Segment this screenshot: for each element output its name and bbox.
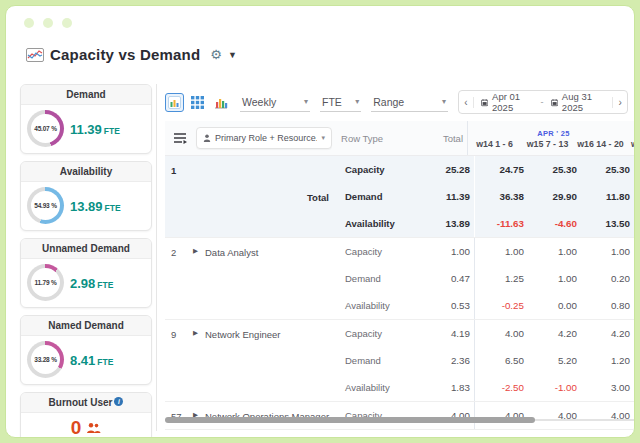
table-row[interactable]: Demand11.3936.3829.9011.80 — [337, 183, 635, 210]
week-header-partial: w — [627, 139, 635, 149]
table-row[interactable]: Availability0.53-0.250.000.80 — [337, 292, 635, 319]
burnout-card-title: Burnout Useri — [21, 393, 151, 413]
table-row[interactable]: Availability1.83-2.50-1.003.00 — [337, 374, 635, 401]
group-by-select[interactable]: Primary Role + Resource... ▾ — [196, 127, 332, 149]
week-cell: -2.50 — [475, 382, 528, 393]
metric-unit: FTE — [97, 357, 113, 367]
donut-percent: 45.07 % — [27, 110, 64, 147]
metric-unit: FTE — [105, 203, 121, 213]
row-type-header: Row Type — [333, 121, 406, 155]
metric-value: 11.39 — [70, 122, 102, 137]
bar-chart-view-icon[interactable] — [211, 93, 230, 112]
donut-percent: 11.79 % — [27, 264, 64, 301]
expand-caret-icon[interactable]: ▶ — [193, 329, 198, 337]
metric-card: Unnamed Demand11.79 %2.98FTE — [20, 238, 152, 308]
week-cell: 1.00 — [581, 246, 634, 257]
week-cell: 36.38 — [475, 191, 528, 202]
week-header: w16 14 - 20 — [574, 139, 627, 149]
main-panel: Weekly▾ FTE▾ Range▾ ‹ Apr 01 2025 - Aug … — [156, 84, 628, 431]
table-group: 1TotalCapacity25.2824.7525.3025.30Demand… — [165, 156, 635, 238]
table-row[interactable]: Capacity1.001.001.001.00 — [337, 238, 635, 265]
metric-card: Availability54.93 %13.89FTE — [20, 161, 152, 231]
donut-percent: 54.93 % — [27, 187, 64, 224]
expand-rows-icon[interactable] — [173, 132, 188, 144]
window-dot-icon — [62, 18, 72, 28]
burnout-count: 0 — [71, 417, 82, 438]
total-header: Total — [406, 121, 467, 155]
scrollbar-thumb[interactable] — [165, 417, 535, 423]
row-number: 1 — [171, 165, 176, 176]
date-range-picker: ‹ Apr 01 2025 - Aug 31 2025 › — [458, 90, 628, 114]
metric-value: 8.41 — [70, 353, 95, 368]
metric-value: 2.98 — [70, 276, 95, 291]
week-cell: 0.80 — [581, 300, 634, 311]
row-type-cell: Demand — [337, 355, 412, 366]
table-row[interactable]: Capacity25.2824.7525.3025.30 — [337, 156, 635, 183]
week-cell: -4.60 — [528, 218, 581, 229]
unit-select[interactable]: FTE▾ — [320, 92, 361, 112]
burnout-card: Burnout Useri 0 out of 30 — [20, 392, 152, 438]
table-row[interactable]: Capacity4.004.004.004.00 — [337, 402, 635, 429]
range-select[interactable]: Range▾ — [371, 92, 448, 112]
week-cell: 4.00 — [475, 328, 528, 339]
info-icon[interactable]: i — [114, 397, 123, 406]
week-cell: 25.30 — [528, 164, 581, 175]
total-cell: 13.89 — [412, 218, 474, 229]
week-cell: 13.50 — [581, 218, 634, 229]
week-cell: 1.25 — [475, 273, 528, 284]
grid-view-icon[interactable] — [188, 93, 207, 112]
week-header: w15 7 - 13 — [521, 139, 574, 149]
date-to-field[interactable]: Aug 31 2025 — [544, 91, 613, 113]
row-type-cell: Demand — [337, 191, 412, 202]
total-cell: 2.36 — [412, 355, 474, 366]
window-controls — [24, 18, 72, 28]
sheet-view-icon[interactable] — [165, 93, 184, 112]
toolbar: Weekly▾ FTE▾ Range▾ ‹ Apr 01 2025 - Aug … — [165, 88, 628, 116]
week-cell: 11.80 — [581, 191, 634, 202]
group-name[interactable]: Network Engineer — [205, 329, 281, 340]
settings-gear-icon[interactable]: ⚙ — [210, 47, 222, 62]
week-cell: 1.00 — [528, 273, 581, 284]
donut-gauge: 11.79 % — [27, 264, 64, 301]
week-cell: 3.00 — [581, 382, 634, 393]
week-cell: 25.30 — [581, 164, 634, 175]
total-cell: 0.47 — [412, 273, 474, 284]
total-cell: 11.39 — [412, 191, 474, 202]
table-row[interactable]: Demand0.471.251.000.20 — [337, 265, 635, 292]
metric-card: Demand45.07 %11.39FTE — [20, 84, 152, 154]
row-number: 2 — [171, 247, 176, 258]
calendar-icon — [551, 98, 558, 107]
metric-card-title: Demand — [21, 85, 151, 105]
week-cell: 4.20 — [581, 328, 634, 339]
sidebar: Demand45.07 %11.39FTEAvailability54.93 %… — [20, 84, 152, 438]
next-period-button[interactable]: › — [612, 97, 627, 108]
week-cell: 1.00 — [528, 246, 581, 257]
week-cell: -1.00 — [528, 382, 581, 393]
window-dot-icon — [24, 18, 34, 28]
row-type-cell: Availability — [337, 300, 412, 311]
total-cell: 1.00 — [412, 246, 474, 257]
date-from-field[interactable]: Apr 01 2025 — [474, 91, 541, 113]
table-row[interactable]: Demand2.366.505.201.20 — [337, 347, 635, 374]
table-row[interactable]: Availability13.89-11.63-4.6013.50 — [337, 210, 635, 237]
row-number: 9 — [171, 329, 176, 340]
prev-period-button[interactable]: ‹ — [459, 97, 474, 108]
metric-unit: FTE — [104, 126, 120, 136]
calendar-icon — [481, 98, 488, 107]
row-type-cell: Availability — [337, 382, 412, 393]
row-type-cell: Capacity — [337, 246, 412, 257]
row-type-cell: Capacity — [337, 328, 412, 339]
metric-card-title: Unnamed Demand — [21, 239, 151, 259]
table-row[interactable]: Capacity4.194.004.204.20 — [337, 320, 635, 347]
week-cell: 0.20 — [581, 273, 634, 284]
week-cell: 1.00 — [475, 246, 528, 257]
metric-unit: FTE — [97, 280, 113, 290]
period-select[interactable]: Weekly▾ — [240, 92, 310, 112]
table-header: Primary Role + Resource... ▾ Row Type To… — [165, 121, 635, 156]
week-cell: 6.50 — [475, 355, 528, 366]
donut-gauge: 45.07 % — [27, 110, 64, 147]
title-dropdown-caret-icon[interactable]: ▼ — [228, 50, 237, 60]
expand-caret-icon[interactable]: ▶ — [193, 247, 198, 255]
group-total-label: Total — [307, 191, 329, 202]
group-name[interactable]: Data Analyst — [205, 247, 258, 258]
